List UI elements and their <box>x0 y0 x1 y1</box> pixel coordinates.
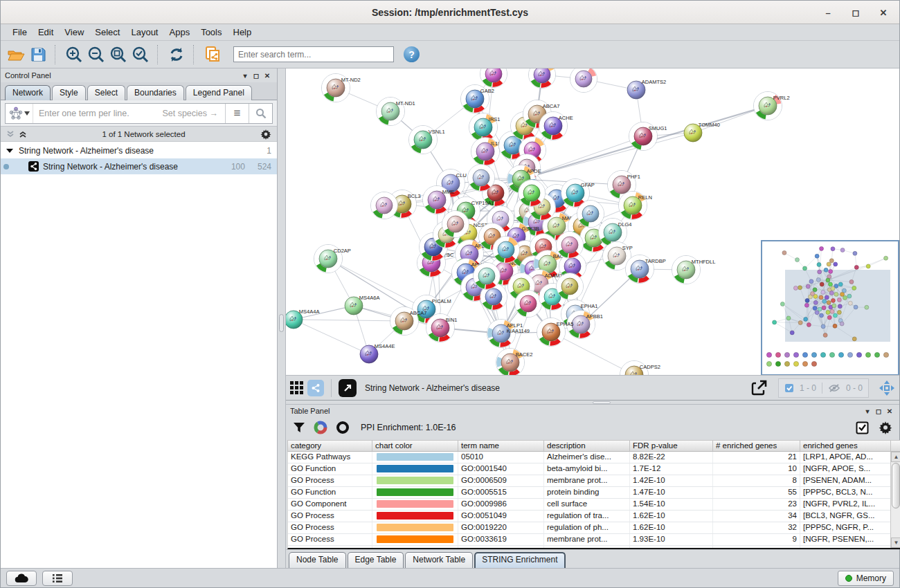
zoom-selected-icon[interactable] <box>129 44 152 65</box>
node-unlabeled[interactable] <box>468 165 495 192</box>
node-unlabeled[interactable] <box>557 273 584 300</box>
memory-button[interactable]: Memory <box>838 571 894 586</box>
column-header-enriched-genes[interactable]: # enriched genes <box>713 441 800 451</box>
maximize-button[interactable]: ◻ <box>849 8 862 18</box>
node-gab2[interactable]: GAB2 <box>461 85 494 113</box>
node-unlabeled[interactable] <box>474 263 501 290</box>
chart-color-swatch[interactable] <box>372 534 458 545</box>
help-icon[interactable]: ? <box>404 46 420 62</box>
close-button[interactable]: ✕ <box>877 8 890 18</box>
open-session-icon[interactable] <box>5 44 27 65</box>
collection-expand-icon[interactable] <box>6 149 13 153</box>
network-view-panel[interactable]: MT-ND2MT-ND1VSNL1GAB2IRS1IL1BTNFCHATABCA… <box>286 68 899 401</box>
tab-node-table[interactable]: Node Table <box>289 552 346 568</box>
tab-boundaries[interactable]: Boundaries <box>127 85 184 100</box>
menu-help[interactable]: Help <box>228 26 257 39</box>
node-ache[interactable]: ACHE <box>539 112 573 140</box>
control-panel-close-icon[interactable]: ✕ <box>262 72 273 80</box>
task-history-button[interactable] <box>42 571 73 586</box>
chart-color-swatch[interactable] <box>372 487 458 498</box>
node-unlabeled[interactable] <box>515 291 542 318</box>
chart-color-swatch[interactable] <box>372 499 458 510</box>
grid-view-icon[interactable] <box>290 381 303 394</box>
string-search-icon[interactable] <box>249 104 272 123</box>
node-unlabeled[interactable] <box>480 68 507 88</box>
save-session-icon[interactable] <box>27 44 49 65</box>
scroll-down-icon[interactable]: ▼ <box>891 538 900 548</box>
table-panel-menu-icon[interactable]: ▾ <box>862 407 873 415</box>
node-mthfdll[interactable]: MTHFDLL <box>672 256 716 284</box>
tab-legend-panel[interactable]: Legend Panel <box>186 85 252 100</box>
control-panel-menu-icon[interactable]: ▾ <box>240 72 251 80</box>
node-unlabeled[interactable] <box>519 180 546 207</box>
node-mt-nd1[interactable]: MT-ND1 <box>377 98 415 126</box>
node-mme[interactable]: MME <box>423 186 455 214</box>
menu-layout[interactable]: Layout <box>126 26 163 39</box>
column-header-FDR-p-value[interactable]: FDR p-value <box>630 441 713 451</box>
enrichment-row[interactable]: GO ProcessGO:0051049regulation of tra...… <box>288 511 900 522</box>
zoom-fit-icon[interactable] <box>107 44 129 65</box>
ring-chart-icon[interactable] <box>336 421 350 434</box>
zoom-in-icon[interactable] <box>63 44 85 65</box>
enrichment-row[interactable]: GO ComponentGO:0009986cell surface1.54E-… <box>288 499 900 511</box>
network-collection-row[interactable]: String Network - Alzheimer's disease 1 <box>1 143 277 158</box>
cloud-tasks-button[interactable] <box>6 571 37 586</box>
node-reln[interactable]: RELN <box>619 192 652 220</box>
export-network-icon[interactable] <box>750 379 768 397</box>
menu-edit[interactable]: Edit <box>33 26 58 39</box>
zoom-out-icon[interactable] <box>85 44 107 65</box>
species-hint[interactable]: Set species → <box>162 109 225 118</box>
scrollbar-thumb[interactable] <box>892 463 900 508</box>
node-unlabeled[interactable] <box>529 68 556 89</box>
menu-apps[interactable]: Apps <box>165 26 195 39</box>
node-aplp1[interactable]: APLP1KIAA1149 <box>487 320 530 348</box>
string-protein-query-icon[interactable] <box>6 104 33 123</box>
tab-edge-table[interactable]: Edge Table <box>348 552 404 568</box>
horizontal-splitter[interactable] <box>286 401 899 405</box>
node-tomm40[interactable]: TOMM40 <box>684 122 720 142</box>
filter-icon[interactable] <box>293 421 305 434</box>
enrichment-row[interactable]: GO ProcessGO:0019220regulation of ph...1… <box>288 522 900 534</box>
network-row-selected[interactable]: String Network - Alzheimer's disease 100… <box>1 158 277 174</box>
column-header-enriched-genes[interactable]: enriched genes <box>800 441 891 451</box>
column-header-term-name[interactable]: term name <box>458 441 544 451</box>
enrichment-settings-gear-icon[interactable] <box>879 421 892 434</box>
share-network-icon[interactable] <box>307 380 324 396</box>
table-panel-float-icon[interactable]: ◻ <box>873 407 884 415</box>
detach-view-icon[interactable] <box>339 379 357 397</box>
tab-select[interactable]: Select <box>87 85 125 100</box>
node-bace2[interactable]: BACE2 <box>496 349 533 376</box>
vertical-splitter[interactable] <box>278 68 286 568</box>
node-unlabeled[interactable] <box>371 192 398 219</box>
column-header-category[interactable]: category <box>288 441 372 451</box>
chart-color-swatch[interactable] <box>372 463 458 475</box>
node-adamts2[interactable]: ADAMTS2 <box>627 79 666 99</box>
node-il1b[interactable]: IL1B <box>471 138 502 166</box>
navigator-toggle-icon[interactable] <box>879 380 895 396</box>
select-terms-checkbox-icon[interactable] <box>856 421 869 434</box>
enrichment-row[interactable]: GO FunctionGO:0005515protein binding1.47… <box>288 487 900 499</box>
node-cd2ap[interactable]: CD2AP <box>314 245 351 273</box>
node-unlabeled[interactable] <box>570 68 597 93</box>
node-ms4a4a[interactable]: MS4A4A <box>286 309 319 329</box>
menu-view[interactable]: View <box>60 26 89 39</box>
menu-tools[interactable]: Tools <box>196 26 226 39</box>
collapse-all-icon[interactable] <box>6 130 15 138</box>
chart-color-swatch[interactable] <box>372 452 458 463</box>
node-vsnl1[interactable]: VSNL1 <box>409 126 445 154</box>
clone-network-icon[interactable] <box>201 44 224 65</box>
node-unlabeled[interactable] <box>557 232 584 259</box>
string-options-icon[interactable]: ≡ <box>225 104 249 123</box>
menu-file[interactable]: File <box>8 26 32 39</box>
network-options-gear-icon[interactable] <box>260 129 271 140</box>
scroll-up-icon[interactable]: ▲ <box>891 452 900 462</box>
birds-eye-navigator[interactable] <box>761 240 899 376</box>
node-pvrl2[interactable]: PVRL2 <box>754 92 790 120</box>
node-bin1[interactable]: BIN1 <box>426 314 458 342</box>
tab-style[interactable]: Style <box>52 85 86 100</box>
node-mt-nd2[interactable]: MT-ND2 <box>322 74 361 102</box>
node-smug1[interactable]: SMUG1 <box>629 122 667 151</box>
column-header-description[interactable]: description <box>544 441 630 451</box>
node-cadps2[interactable]: CADPS2 <box>620 361 660 376</box>
expand-all-icon[interactable] <box>19 130 27 138</box>
